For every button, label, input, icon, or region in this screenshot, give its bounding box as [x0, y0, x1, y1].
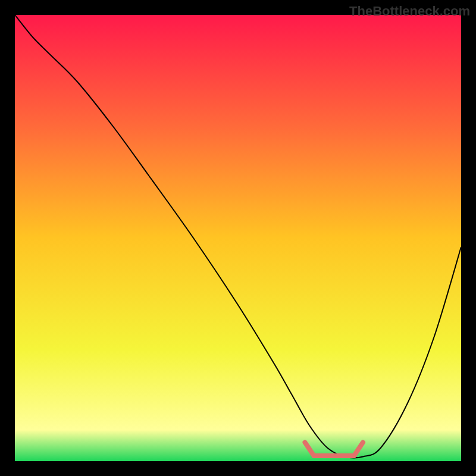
chart-plot-area: [15, 15, 461, 461]
watermark-text: TheBottleneck.com: [349, 4, 470, 19]
gradient-background: [15, 15, 461, 461]
